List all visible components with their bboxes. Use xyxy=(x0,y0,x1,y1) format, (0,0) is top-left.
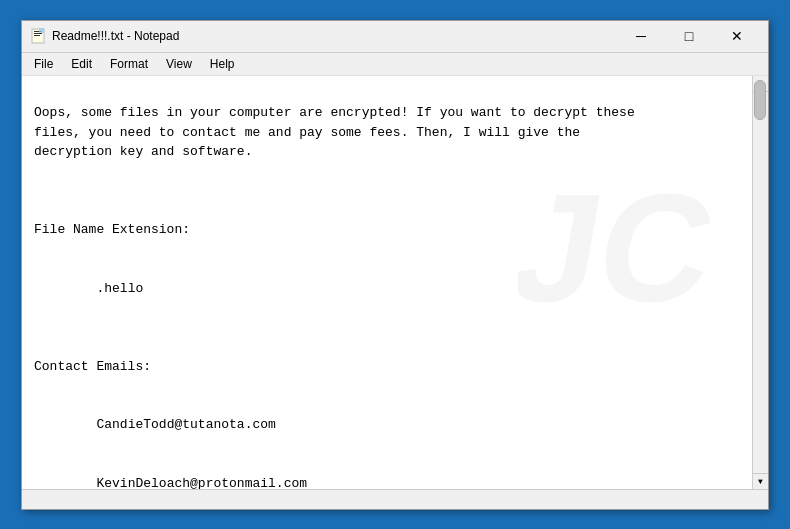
menu-view[interactable]: View xyxy=(158,55,200,73)
text-content[interactable]: Oops, some files in your computer are en… xyxy=(34,84,756,489)
email2: KevinDeloach@protonmail.com xyxy=(34,476,307,489)
title-bar: Readme!!!.txt - Notepad ─ □ ✕ xyxy=(22,21,768,53)
menu-edit[interactable]: Edit xyxy=(63,55,100,73)
email1: CandieTodd@tutanota.com xyxy=(34,417,276,432)
menu-bar: File Edit Format View Help xyxy=(22,53,768,76)
paragraph-1: Oops, some files in your computer are en… xyxy=(34,105,635,159)
section-filename: File Name Extension: xyxy=(34,222,190,237)
notepad-window: Readme!!!.txt - Notepad ─ □ ✕ File Edit … xyxy=(21,20,769,510)
title-bar-left: Readme!!!.txt - Notepad xyxy=(30,28,179,44)
notepad-icon xyxy=(30,28,46,44)
svg-rect-2 xyxy=(34,33,42,34)
svg-rect-3 xyxy=(34,35,40,36)
menu-help[interactable]: Help xyxy=(202,55,243,73)
window-title: Readme!!!.txt - Notepad xyxy=(52,29,179,43)
menu-format[interactable]: Format xyxy=(102,55,156,73)
filename-value: .hello xyxy=(34,281,143,296)
menu-file[interactable]: File xyxy=(26,55,61,73)
text-editor[interactable]: JC Oops, some files in your computer are… xyxy=(22,76,768,489)
maximize-button[interactable]: □ xyxy=(666,22,712,50)
section-emails: Contact Emails: xyxy=(34,359,151,374)
minimize-button[interactable]: ─ xyxy=(618,22,664,50)
content-wrapper: JC Oops, some files in your computer are… xyxy=(22,76,768,489)
window-controls: ─ □ ✕ xyxy=(618,22,760,50)
close-button[interactable]: ✕ xyxy=(714,22,760,50)
status-bar xyxy=(22,489,768,509)
svg-rect-4 xyxy=(39,28,44,33)
